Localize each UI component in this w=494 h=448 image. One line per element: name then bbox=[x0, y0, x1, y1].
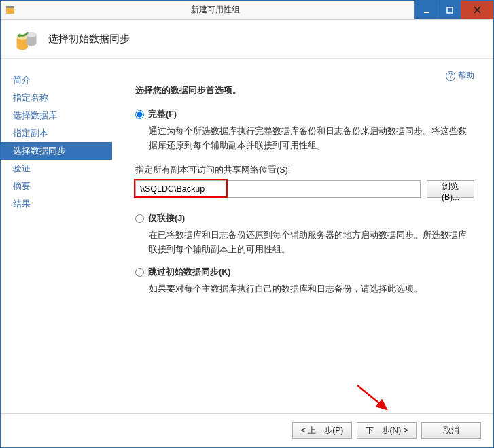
wizard-footer: < 上一步(P) 下一步(N) > 取消 bbox=[1, 413, 493, 447]
sidebar-item-select-databases[interactable]: 选择数据库 bbox=[1, 107, 112, 124]
help-icon: ? bbox=[446, 71, 455, 81]
share-location-input[interactable] bbox=[135, 180, 421, 198]
option-join-row[interactable]: 仅联接(J) bbox=[135, 213, 474, 224]
share-location-row: 浏览(B)... bbox=[135, 180, 474, 198]
svg-rect-1 bbox=[6, 6, 14, 8]
sidebar-item-validation[interactable]: 验证 bbox=[1, 160, 112, 177]
option-skip-row[interactable]: 跳过初始数据同步(K) bbox=[135, 266, 474, 278]
option-skip-radio[interactable] bbox=[135, 268, 144, 277]
sidebar-item-summary[interactable]: 摘要 bbox=[1, 177, 112, 195]
help-label: 帮助 bbox=[458, 70, 474, 82]
sidebar-item-specify-replicas[interactable]: 指定副本 bbox=[1, 124, 112, 142]
wizard-window: 新建可用性组 选择初始数据同步 简介 指定名称 选择数据库 bbox=[0, 0, 494, 448]
titlebar: 新建可用性组 bbox=[1, 1, 493, 20]
section-lead: 选择您的数据同步首选项。 bbox=[135, 85, 474, 97]
help-link[interactable]: ? 帮助 bbox=[446, 70, 474, 82]
option-skip-label: 跳过初始数据同步(K) bbox=[148, 266, 230, 278]
share-location-highlight bbox=[135, 180, 421, 198]
sync-icon bbox=[14, 27, 39, 52]
browse-button[interactable]: 浏览(B)... bbox=[427, 180, 474, 198]
option-full-row[interactable]: 完整(F) bbox=[135, 109, 474, 120]
svg-rect-2 bbox=[424, 12, 429, 13]
svg-rect-3 bbox=[447, 7, 453, 13]
sidebar-item-select-data-sync[interactable]: 选择数据同步 bbox=[1, 142, 112, 160]
option-full-label: 完整(F) bbox=[148, 109, 177, 120]
next-button[interactable]: 下一步(N) > bbox=[357, 422, 417, 439]
wizard-body: 简介 指定名称 选择数据库 指定副本 选择数据同步 验证 摘要 结果 ? 帮助 … bbox=[1, 59, 493, 413]
wizard-sidebar: 简介 指定名称 选择数据库 指定副本 选择数据同步 验证 摘要 结果 bbox=[1, 59, 112, 413]
option-join-label: 仅联接(J) bbox=[148, 213, 185, 224]
wizard-header: 选择初始数据同步 bbox=[1, 20, 493, 59]
option-skip-desc: 如果要对每个主数据库执行自己的数据库和日志备份，请选择此选项。 bbox=[135, 282, 474, 296]
option-join-desc: 在已将数据库和日志备份还原到每个辅助服务器的地方启动数据同步。所选数据库联接到每… bbox=[135, 228, 474, 258]
minimize-button[interactable] bbox=[414, 1, 438, 19]
sidebar-item-intro[interactable]: 简介 bbox=[1, 71, 112, 89]
page-title: 选择初始数据同步 bbox=[48, 33, 130, 46]
maximize-button[interactable] bbox=[438, 1, 461, 19]
prev-button[interactable]: < 上一步(P) bbox=[292, 422, 352, 439]
app-icon bbox=[5, 5, 16, 16]
sidebar-item-results[interactable]: 结果 bbox=[1, 195, 112, 213]
close-button[interactable] bbox=[461, 1, 493, 19]
option-full-radio[interactable] bbox=[135, 110, 144, 119]
cancel-button[interactable]: 取消 bbox=[421, 422, 481, 439]
share-location-label: 指定所有副本可访问的共享网络位置(S): bbox=[135, 163, 474, 177]
svg-rect-0 bbox=[6, 7, 14, 14]
option-join-radio[interactable] bbox=[135, 214, 144, 223]
window-title: 新建可用性组 bbox=[16, 4, 414, 16]
option-full-desc: 通过为每个所选数据库执行完整数据库备份和日志备份来启动数据同步。将这些数据库还原… bbox=[135, 124, 474, 154]
wizard-content: ? 帮助 选择您的数据同步首选项。 完整(F) 通过为每个所选数据库执行完整数据… bbox=[112, 59, 493, 413]
sidebar-item-specify-name[interactable]: 指定名称 bbox=[1, 89, 112, 107]
window-controls bbox=[414, 1, 493, 19]
